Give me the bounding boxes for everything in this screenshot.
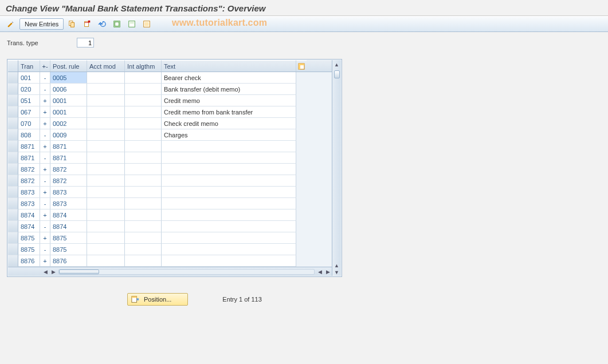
select-all-button[interactable] bbox=[111, 18, 123, 30]
cell-post[interactable]: 8872 bbox=[50, 164, 87, 175]
cell-int[interactable] bbox=[125, 84, 162, 95]
table-row[interactable]: 808-0009Charges bbox=[8, 129, 332, 141]
cell-tran[interactable]: 808 bbox=[18, 129, 40, 141]
cell-txt[interactable]: Credit memo bbox=[162, 95, 296, 106]
cell-post[interactable]: 8872 bbox=[50, 175, 87, 187]
cell-tran[interactable]: 8874 bbox=[18, 209, 40, 221]
cell-int[interactable] bbox=[125, 152, 162, 164]
cell-tran[interactable]: 070 bbox=[18, 118, 40, 129]
table-row[interactable]: 8872-8872 bbox=[8, 175, 332, 187]
cell-sel[interactable] bbox=[8, 141, 18, 152]
cell-acct[interactable] bbox=[87, 198, 125, 209]
table-row[interactable]: 8872+8872 bbox=[8, 164, 332, 175]
grid-header-txt[interactable]: Text bbox=[162, 60, 296, 72]
cell-int[interactable] bbox=[125, 187, 162, 198]
cell-tran[interactable]: 8873 bbox=[18, 187, 40, 198]
cell-txt[interactable]: Charges bbox=[162, 129, 296, 141]
cell-int[interactable] bbox=[125, 198, 162, 209]
cell-int[interactable] bbox=[125, 255, 162, 267]
vscroll-up2-icon[interactable]: ▲ bbox=[334, 262, 340, 269]
cell-acct[interactable] bbox=[87, 232, 125, 244]
hscroll-thumb[interactable] bbox=[59, 270, 99, 274]
cell-post[interactable]: 8875 bbox=[50, 232, 87, 244]
cell-sel[interactable] bbox=[8, 198, 18, 209]
hscroll-right-icon[interactable]: ▶ bbox=[49, 269, 57, 275]
cell-int[interactable] bbox=[125, 244, 162, 255]
cell-tran[interactable]: 8876 bbox=[18, 255, 40, 267]
cell-post[interactable]: 8874 bbox=[50, 209, 87, 221]
grid-header-select[interactable] bbox=[8, 60, 18, 72]
cell-sign[interactable]: - bbox=[40, 84, 50, 95]
hscroll-right2-icon[interactable]: ▶ bbox=[324, 269, 332, 275]
hscroll-left2-icon[interactable]: ◀ bbox=[316, 269, 324, 275]
cell-post[interactable]: 0001 bbox=[50, 106, 87, 118]
cell-sign[interactable]: - bbox=[40, 244, 50, 255]
cell-tran[interactable]: 8872 bbox=[18, 164, 40, 175]
table-row[interactable]: 8873-8873 bbox=[8, 198, 332, 209]
cell-sign[interactable]: - bbox=[40, 221, 50, 232]
cell-acct[interactable] bbox=[87, 187, 125, 198]
cell-sign[interactable]: + bbox=[40, 118, 50, 129]
cell-txt[interactable] bbox=[162, 232, 296, 244]
cell-sel[interactable] bbox=[8, 221, 18, 232]
grid-header-tran[interactable]: Tran bbox=[18, 60, 40, 72]
select-block-button[interactable] bbox=[125, 18, 138, 30]
cell-sign[interactable]: + bbox=[40, 209, 50, 221]
vertical-scrollbar[interactable]: ▲ ▲ ▼ bbox=[332, 60, 341, 276]
delete-button[interactable] bbox=[81, 18, 93, 30]
cell-txt[interactable] bbox=[162, 187, 296, 198]
cell-tran[interactable]: 8871 bbox=[18, 152, 40, 164]
cell-txt[interactable]: Bank transfer (debit memo) bbox=[162, 84, 296, 95]
cell-sel[interactable] bbox=[8, 232, 18, 244]
cell-acct[interactable] bbox=[87, 164, 125, 175]
cell-tran[interactable]: 001 bbox=[18, 72, 40, 84]
hscroll-track[interactable] bbox=[58, 269, 315, 275]
cell-acct[interactable] bbox=[87, 129, 125, 141]
table-row[interactable]: 051+0001Credit memo bbox=[8, 95, 332, 106]
cell-sign[interactable]: + bbox=[40, 232, 50, 244]
grid-header-post[interactable]: Post. rule bbox=[50, 60, 87, 72]
trans-type-input[interactable] bbox=[77, 38, 94, 48]
cell-post[interactable]: 8874 bbox=[50, 221, 87, 232]
cell-acct[interactable] bbox=[87, 84, 125, 95]
vscroll-up-icon[interactable]: ▲ bbox=[334, 61, 340, 68]
table-row[interactable]: 8871-8871 bbox=[8, 152, 332, 164]
cell-post[interactable]: 8871 bbox=[50, 152, 87, 164]
cell-acct[interactable] bbox=[87, 141, 125, 152]
cell-int[interactable] bbox=[125, 221, 162, 232]
table-row[interactable]: 8873+8873 bbox=[8, 187, 332, 198]
cell-post[interactable]: 0005 bbox=[50, 72, 87, 84]
cell-txt[interactable] bbox=[162, 221, 296, 232]
cell-tran[interactable]: 8872 bbox=[18, 175, 40, 187]
cell-sign[interactable]: - bbox=[40, 72, 50, 84]
undo-button[interactable] bbox=[96, 18, 108, 30]
table-row[interactable]: 8876+8876 bbox=[8, 255, 332, 267]
table-row[interactable]: 8871+8871 bbox=[8, 141, 332, 152]
cell-txt[interactable]: Credit memo from bank transfer bbox=[162, 106, 296, 118]
cell-sel[interactable] bbox=[8, 244, 18, 255]
cell-int[interactable] bbox=[125, 129, 162, 141]
cell-sel[interactable] bbox=[8, 152, 18, 164]
cell-int[interactable] bbox=[125, 95, 162, 106]
cell-tran[interactable]: 8875 bbox=[18, 244, 40, 255]
cell-post[interactable]: 8876 bbox=[50, 255, 87, 267]
table-row[interactable]: 020-0006Bank transfer (debit memo) bbox=[8, 84, 332, 95]
vscroll-down-icon[interactable]: ▼ bbox=[334, 269, 340, 276]
cell-int[interactable] bbox=[125, 164, 162, 175]
grid-header-sign[interactable]: +- bbox=[40, 60, 50, 72]
cell-post[interactable]: 0001 bbox=[50, 95, 87, 106]
cell-sign[interactable]: + bbox=[40, 164, 50, 175]
cell-acct[interactable] bbox=[87, 255, 125, 267]
cell-acct[interactable] bbox=[87, 152, 125, 164]
horizontal-scrollbar[interactable]: ◀ ▶ ◀ ▶ bbox=[8, 267, 332, 276]
deselect-all-button[interactable] bbox=[140, 18, 153, 30]
table-row[interactable]: 067+0001Credit memo from bank transfer bbox=[8, 106, 332, 118]
cell-txt[interactable] bbox=[162, 244, 296, 255]
cell-tran[interactable]: 8875 bbox=[18, 232, 40, 244]
cell-txt[interactable] bbox=[162, 175, 296, 187]
cell-int[interactable] bbox=[125, 72, 162, 84]
vscroll-thumb[interactable] bbox=[334, 70, 340, 78]
cell-sel[interactable] bbox=[8, 175, 18, 187]
cell-txt[interactable]: Bearer check bbox=[162, 72, 296, 84]
cell-sel[interactable] bbox=[8, 106, 18, 118]
